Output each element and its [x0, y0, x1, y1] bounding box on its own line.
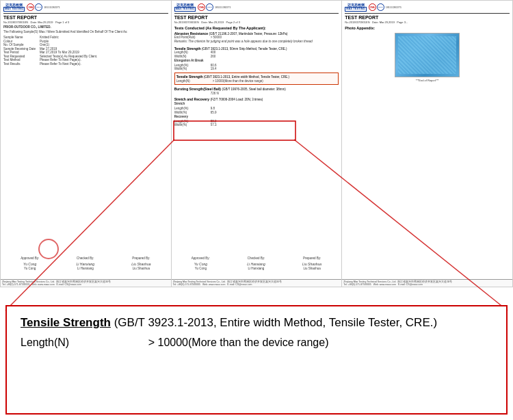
page3-title-block: TEST REPORT No.20190370901EN Date: Mar.2…	[345, 15, 510, 24]
page3-title: TEST REPORT	[345, 15, 510, 20]
cma-badge-p3: CMA	[369, 3, 376, 11]
cert-number-p1: 181111362271	[44, 6, 60, 9]
bursting-section: Bursting Strength(Steel Ball) (GB/T 1997…	[174, 87, 339, 95]
logo-block-p1: 迈克思检测 MAX TESTING CMA CNAS 181111362271	[3, 3, 60, 12]
footer-p2: Zhejiang Max Testing Technical Services …	[172, 279, 342, 287]
detail-title: Tensile Strength (GB/T 3923.1-2013, Enti…	[21, 316, 492, 330]
page1-fields: Sample NameKnitted Fabric ColourPurple N…	[3, 36, 168, 66]
detail-box: Tensile Strength (GB/T 3923.1-2013, Enti…	[5, 305, 508, 415]
page1-title: TEST REPORT	[3, 15, 168, 20]
fabric-photo	[395, 33, 460, 77]
red-stamp-p1	[38, 239, 59, 259]
cert-badges-p2: CMA CNAS 181111362271	[198, 3, 231, 11]
page-3: 迈克思检测 MAX TESTING CMA CNAS 181111362271 …	[342, 1, 512, 287]
cnas-badge-p1: CNAS	[35, 3, 42, 11]
page1-header: 迈克思检测 MAX TESTING CMA CNAS 181111362271	[3, 3, 168, 14]
detail-title-rest: (GB/T 3923.1-2013, Entire width Method, …	[111, 316, 437, 329]
page3-header: 迈克思检测 MAX TESTING CMA CNAS 181111362271	[345, 3, 510, 14]
page1-intro: The Following Sample(S) Was / Were Submi…	[3, 30, 168, 34]
cnas-badge-p2: CNAS	[206, 3, 213, 11]
detail-title-underline: Tensile Strength	[21, 316, 111, 329]
page2-title: TEST REPORT	[174, 15, 339, 20]
page2-meta: No.20190370601EN Date: Mar.29,2019 Page …	[174, 21, 339, 24]
page-2: 迈克思检测 MAX TESTING CMA CNAS 181111362271 …	[172, 1, 343, 287]
logo-block-p3: 迈克思检测 MAX TESTING CMA CNAS 181111362271	[345, 3, 402, 12]
footer-p1: Zhejiang Max Testing Technical Services …	[1, 279, 171, 287]
cert-number-p3: 181111362271	[386, 6, 402, 9]
cnas-badge-p3: CNAS	[377, 3, 384, 11]
page-1: 迈克思检测 MAX TESTING CMA CNAS 181111362271 …	[1, 1, 172, 287]
page1-meta: No.20190370901EN Date: Mar.29,2019 Page …	[3, 21, 168, 24]
page2-title-block: TEST REPORT No.20190370601EN Date: Mar.2…	[174, 15, 339, 24]
logo-block-p2: 迈克思检测 MAX TESTING CMA CNAS 181111362271	[174, 3, 231, 12]
page1-title-block: TEST REPORT No.20190370901EN Date: Mar.2…	[3, 15, 168, 24]
cma-badge-p2: CMA	[198, 3, 205, 11]
page2-header: 迈克思检测 MAX TESTING CMA CNAS 181111362271	[174, 3, 339, 14]
cma-badge-p1: CMA	[27, 3, 34, 11]
detail-row-value: > 10000(More than the device range)	[148, 337, 329, 348]
signatures-p2: Approved By: Yu Cong Yu Cong Checked By:…	[173, 256, 341, 272]
page3-meta: No.20190370901EN Date: Mar.29,2019 Page …	[345, 21, 510, 24]
cert-number-p2: 181111362271	[215, 6, 231, 9]
abrasion-section: Abrasion Resistance (GB/T 21196.2-2007, …	[174, 31, 339, 44]
page2-section-header: Tests Conducted (As Requested By The App…	[174, 26, 339, 30]
photo-caption: ***End of Report***	[345, 79, 510, 82]
detail-row-label: Length(N)	[21, 337, 69, 348]
tensile1-section: Tensile Strength (GB/T 3923.1-2013, 50mm…	[174, 47, 339, 71]
photo-section-title: Photo Appendix:	[345, 26, 510, 30]
detail-row: Length(N) > 10000(More than the device r…	[21, 337, 492, 349]
photo-container: ***End of Report***	[345, 33, 510, 82]
tensile2-highlighted: Tensile Strength (GB/T 3923.1-2013, Enti…	[174, 73, 339, 85]
documents-area: 迈克思检测 MAX TESTING CMA CNAS 181111362271 …	[0, 0, 513, 287]
footer-p3: Zhejiang Max Testing Technical Services …	[342, 279, 512, 287]
cert-badges-p1: CMA CNAS 181111362271	[27, 3, 60, 11]
cert-badges-p3: CMA CNAS 181111362271	[369, 3, 402, 11]
page1-client: PRIOR-OUTDOOR CO., LIMITED.	[3, 25, 168, 29]
stretch-section: Stretch and Recovery (FZ/T 70006-2004 Lo…	[174, 97, 339, 127]
signatures-p1: Approved By: Yu Cong Yu Cong Checked By:…	[2, 256, 170, 272]
